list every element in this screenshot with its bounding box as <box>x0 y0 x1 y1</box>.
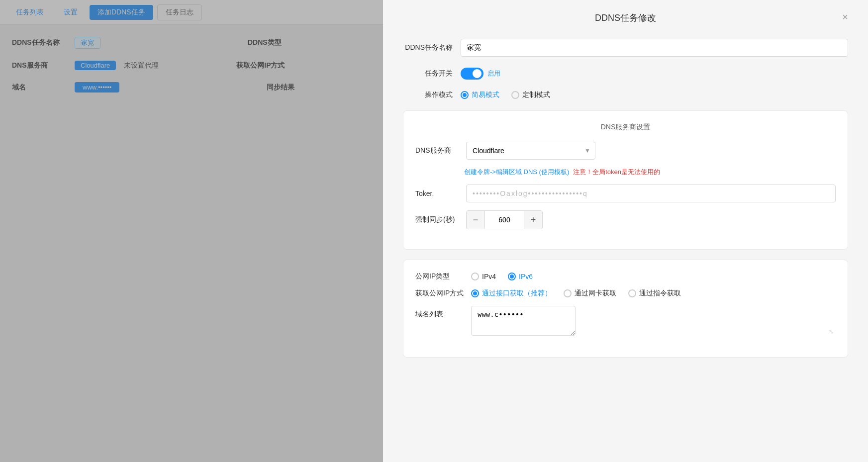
modal-title-row: DDNS任务修改 × <box>403 12 848 24</box>
radio-interface-label: 通过接口获取（推荐） <box>482 289 552 298</box>
create-token-link[interactable]: 创建令牌->编辑区域 DNS (使用模板) <box>464 168 569 177</box>
label-task-toggle: 任务开关 <box>403 69 453 78</box>
radio-simple-mode[interactable]: 简易模式 <box>461 91 499 99</box>
dns-provider-card: DNS服务商设置 DNS服务商 Cloudflare ▼ 创建令牌->编辑区域 … <box>403 110 848 250</box>
radio-group-iptype: IPv4 IPv6 <box>471 273 533 280</box>
radio-ipv6[interactable]: IPv6 <box>508 273 533 280</box>
form-row-toggle: 任务开关 启用 <box>403 68 848 80</box>
dns-card-title: DNS服务商设置 <box>415 123 836 132</box>
radio-via-nic[interactable]: 通过网卡获取 <box>564 289 616 298</box>
pubip-label-type: 公网IP类型 <box>415 272 465 281</box>
pubip-label-domain: 域名列表 <box>415 306 465 319</box>
form-row-mode: 操作模式 简易模式 定制模式 <box>403 91 848 99</box>
pubip-row-type: 公网IP类型 IPv4 IPv6 <box>415 272 836 281</box>
domain-textarea-wrap: www.c•••••• ⤡ <box>471 306 836 337</box>
pubip-label-method: 获取公网IP方式 <box>415 289 465 298</box>
input-task-name[interactable] <box>461 39 848 57</box>
radio-ipv4[interactable]: IPv4 <box>471 273 496 280</box>
radio-ipv4-circle <box>471 273 479 280</box>
warning-text: 注意！全局token是无法使用的 <box>573 168 660 177</box>
toggle-label: 启用 <box>487 69 500 78</box>
radio-ipv6-label: IPv6 <box>519 273 533 280</box>
radio-nic-label: 通过网卡获取 <box>575 289 616 298</box>
radio-cmd-circle <box>628 289 636 297</box>
label-task-name: DDNS任务名称 <box>403 43 453 52</box>
modal-overlay <box>0 0 383 462</box>
radio-interface-circle <box>471 289 479 297</box>
card-row-sync: 强制同步(秒) − + <box>415 210 836 229</box>
stepper: − + <box>466 210 543 229</box>
radio-ipv6-circle <box>508 273 516 280</box>
card-label-sync: 强制同步(秒) <box>415 215 460 224</box>
toggle-switch[interactable] <box>461 68 483 80</box>
card-label-token: Toker. <box>415 189 460 197</box>
form-row-name: DDNS任务名称 <box>403 39 848 57</box>
radio-ipv4-label: IPv4 <box>482 273 496 280</box>
radio-group-mode: 简易模式 定制模式 <box>461 91 550 99</box>
pubip-row-method: 获取公网IP方式 通过接口获取（推荐） 通过网卡获取 通过指令获取 <box>415 289 836 298</box>
stepper-increment[interactable]: + <box>524 211 542 229</box>
radio-via-interface[interactable]: 通过接口获取（推荐） <box>471 289 552 298</box>
card-row-dns: DNS服务商 Cloudflare ▼ <box>415 142 836 160</box>
stepper-input[interactable] <box>484 211 524 229</box>
dns-select-wrap: Cloudflare ▼ <box>466 142 595 160</box>
pubip-card: 公网IP类型 IPv4 IPv6 获取公网IP方式 通过接口获取（推荐） <box>403 260 848 358</box>
radio-via-cmd[interactable]: 通过指令获取 <box>628 289 681 298</box>
radio-simple-label: 简易模式 <box>472 91 499 99</box>
label-op-mode: 操作模式 <box>403 91 453 99</box>
radio-custom-label: 定制模式 <box>522 91 550 99</box>
close-button[interactable]: × <box>842 12 848 22</box>
radio-custom-mode[interactable]: 定制模式 <box>511 91 550 99</box>
token-input[interactable] <box>466 185 836 202</box>
radio-simple-circle <box>461 91 469 99</box>
pubip-row-domain: 域名列表 www.c•••••• ⤡ <box>415 306 836 337</box>
radio-nic-circle <box>564 289 572 297</box>
modal-title: DDNS任务修改 <box>595 12 656 24</box>
toggle-wrap: 启用 <box>461 68 500 80</box>
resize-icon: ⤡ <box>829 328 834 335</box>
radio-custom-circle <box>511 91 519 99</box>
domain-textarea[interactable]: www.c•••••• <box>471 306 576 336</box>
radio-cmd-label: 通过指令获取 <box>639 289 681 298</box>
link-row: 创建令牌->编辑区域 DNS (使用模板) 注意！全局token是无法使用的 <box>415 168 836 177</box>
dns-select[interactable]: Cloudflare <box>466 142 595 160</box>
stepper-decrement[interactable]: − <box>467 211 484 229</box>
card-row-token: Toker. <box>415 185 836 202</box>
card-label-dns: DNS服务商 <box>415 146 460 155</box>
radio-group-ipmethod: 通过接口获取（推荐） 通过网卡获取 通过指令获取 <box>471 289 681 298</box>
right-panel: DDNS任务修改 × DDNS任务名称 任务开关 启用 操作模式 简易模式 定制… <box>383 0 868 462</box>
